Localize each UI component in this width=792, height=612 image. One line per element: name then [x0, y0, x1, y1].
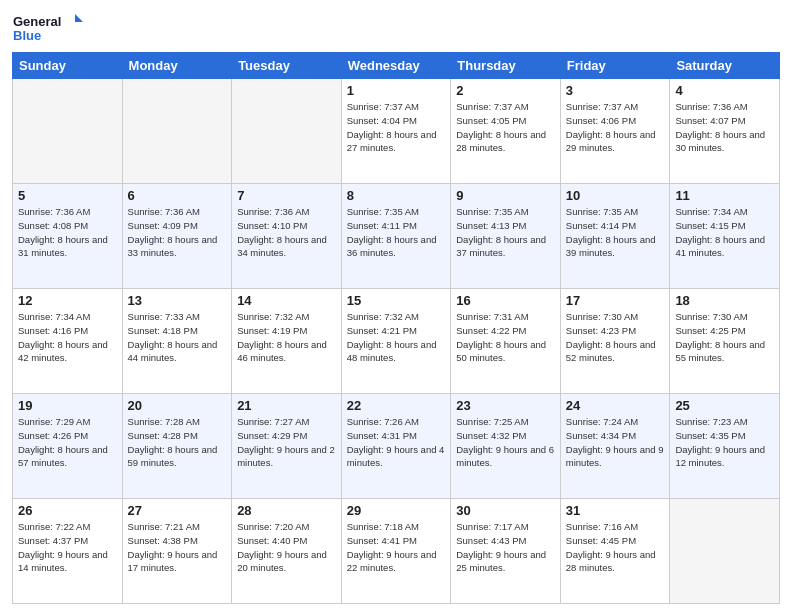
day-number: 23 [456, 398, 555, 413]
day-info: Sunrise: 7:37 AM Sunset: 4:05 PM Dayligh… [456, 100, 555, 155]
day-number: 2 [456, 83, 555, 98]
day-number: 29 [347, 503, 446, 518]
day-number: 31 [566, 503, 665, 518]
calendar-table: SundayMondayTuesdayWednesdayThursdayFrid… [12, 52, 780, 604]
day-info: Sunrise: 7:18 AM Sunset: 4:41 PM Dayligh… [347, 520, 446, 575]
calendar-header-friday: Friday [560, 53, 670, 79]
day-info: Sunrise: 7:32 AM Sunset: 4:21 PM Dayligh… [347, 310, 446, 365]
day-info: Sunrise: 7:24 AM Sunset: 4:34 PM Dayligh… [566, 415, 665, 470]
day-info: Sunrise: 7:35 AM Sunset: 4:13 PM Dayligh… [456, 205, 555, 260]
day-cell: 16Sunrise: 7:31 AM Sunset: 4:22 PM Dayli… [451, 289, 561, 394]
day-number: 26 [18, 503, 117, 518]
calendar-week-row: 26Sunrise: 7:22 AM Sunset: 4:37 PM Dayli… [13, 499, 780, 604]
day-number: 5 [18, 188, 117, 203]
day-cell: 24Sunrise: 7:24 AM Sunset: 4:34 PM Dayli… [560, 394, 670, 499]
day-cell: 28Sunrise: 7:20 AM Sunset: 4:40 PM Dayli… [232, 499, 342, 604]
day-info: Sunrise: 7:33 AM Sunset: 4:18 PM Dayligh… [128, 310, 227, 365]
svg-marker-2 [75, 14, 83, 22]
day-cell: 20Sunrise: 7:28 AM Sunset: 4:28 PM Dayli… [122, 394, 232, 499]
day-cell: 22Sunrise: 7:26 AM Sunset: 4:31 PM Dayli… [341, 394, 451, 499]
day-cell: 4Sunrise: 7:36 AM Sunset: 4:07 PM Daylig… [670, 79, 780, 184]
day-cell: 18Sunrise: 7:30 AM Sunset: 4:25 PM Dayli… [670, 289, 780, 394]
day-cell: 5Sunrise: 7:36 AM Sunset: 4:08 PM Daylig… [13, 184, 123, 289]
day-number: 8 [347, 188, 446, 203]
logo: General Blue [12, 10, 84, 46]
day-info: Sunrise: 7:36 AM Sunset: 4:10 PM Dayligh… [237, 205, 336, 260]
day-number: 18 [675, 293, 774, 308]
day-number: 13 [128, 293, 227, 308]
day-number: 17 [566, 293, 665, 308]
calendar-header-monday: Monday [122, 53, 232, 79]
day-info: Sunrise: 7:37 AM Sunset: 4:06 PM Dayligh… [566, 100, 665, 155]
day-info: Sunrise: 7:34 AM Sunset: 4:16 PM Dayligh… [18, 310, 117, 365]
day-cell: 6Sunrise: 7:36 AM Sunset: 4:09 PM Daylig… [122, 184, 232, 289]
day-number: 3 [566, 83, 665, 98]
logo-icon: General Blue [12, 10, 84, 46]
day-cell: 3Sunrise: 7:37 AM Sunset: 4:06 PM Daylig… [560, 79, 670, 184]
day-cell: 31Sunrise: 7:16 AM Sunset: 4:45 PM Dayli… [560, 499, 670, 604]
day-number: 28 [237, 503, 336, 518]
day-info: Sunrise: 7:36 AM Sunset: 4:09 PM Dayligh… [128, 205, 227, 260]
day-info: Sunrise: 7:17 AM Sunset: 4:43 PM Dayligh… [456, 520, 555, 575]
day-info: Sunrise: 7:30 AM Sunset: 4:25 PM Dayligh… [675, 310, 774, 365]
day-cell: 2Sunrise: 7:37 AM Sunset: 4:05 PM Daylig… [451, 79, 561, 184]
day-number: 21 [237, 398, 336, 413]
day-cell: 1Sunrise: 7:37 AM Sunset: 4:04 PM Daylig… [341, 79, 451, 184]
day-info: Sunrise: 7:36 AM Sunset: 4:07 PM Dayligh… [675, 100, 774, 155]
day-info: Sunrise: 7:32 AM Sunset: 4:19 PM Dayligh… [237, 310, 336, 365]
day-number: 14 [237, 293, 336, 308]
day-number: 22 [347, 398, 446, 413]
day-cell: 7Sunrise: 7:36 AM Sunset: 4:10 PM Daylig… [232, 184, 342, 289]
day-cell: 12Sunrise: 7:34 AM Sunset: 4:16 PM Dayli… [13, 289, 123, 394]
calendar-body: 1Sunrise: 7:37 AM Sunset: 4:04 PM Daylig… [13, 79, 780, 604]
day-cell: 8Sunrise: 7:35 AM Sunset: 4:11 PM Daylig… [341, 184, 451, 289]
day-cell: 11Sunrise: 7:34 AM Sunset: 4:15 PM Dayli… [670, 184, 780, 289]
day-cell: 23Sunrise: 7:25 AM Sunset: 4:32 PM Dayli… [451, 394, 561, 499]
day-info: Sunrise: 7:36 AM Sunset: 4:08 PM Dayligh… [18, 205, 117, 260]
day-info: Sunrise: 7:35 AM Sunset: 4:11 PM Dayligh… [347, 205, 446, 260]
calendar-header-tuesday: Tuesday [232, 53, 342, 79]
calendar-header-row: SundayMondayTuesdayWednesdayThursdayFrid… [13, 53, 780, 79]
empty-cell [13, 79, 123, 184]
empty-cell [232, 79, 342, 184]
svg-text:Blue: Blue [13, 28, 41, 43]
day-info: Sunrise: 7:20 AM Sunset: 4:40 PM Dayligh… [237, 520, 336, 575]
day-cell: 14Sunrise: 7:32 AM Sunset: 4:19 PM Dayli… [232, 289, 342, 394]
calendar-week-row: 19Sunrise: 7:29 AM Sunset: 4:26 PM Dayli… [13, 394, 780, 499]
day-cell: 27Sunrise: 7:21 AM Sunset: 4:38 PM Dayli… [122, 499, 232, 604]
page: General Blue SundayMondayTuesdayWednesda… [0, 0, 792, 612]
calendar-week-row: 5Sunrise: 7:36 AM Sunset: 4:08 PM Daylig… [13, 184, 780, 289]
day-number: 6 [128, 188, 227, 203]
day-cell: 19Sunrise: 7:29 AM Sunset: 4:26 PM Dayli… [13, 394, 123, 499]
calendar-week-row: 12Sunrise: 7:34 AM Sunset: 4:16 PM Dayli… [13, 289, 780, 394]
day-info: Sunrise: 7:23 AM Sunset: 4:35 PM Dayligh… [675, 415, 774, 470]
day-number: 10 [566, 188, 665, 203]
day-number: 24 [566, 398, 665, 413]
day-number: 15 [347, 293, 446, 308]
day-number: 25 [675, 398, 774, 413]
day-info: Sunrise: 7:21 AM Sunset: 4:38 PM Dayligh… [128, 520, 227, 575]
calendar-header-saturday: Saturday [670, 53, 780, 79]
calendar-header-thursday: Thursday [451, 53, 561, 79]
day-number: 4 [675, 83, 774, 98]
day-cell: 13Sunrise: 7:33 AM Sunset: 4:18 PM Dayli… [122, 289, 232, 394]
calendar-header-sunday: Sunday [13, 53, 123, 79]
day-number: 1 [347, 83, 446, 98]
day-info: Sunrise: 7:25 AM Sunset: 4:32 PM Dayligh… [456, 415, 555, 470]
day-info: Sunrise: 7:35 AM Sunset: 4:14 PM Dayligh… [566, 205, 665, 260]
day-info: Sunrise: 7:28 AM Sunset: 4:28 PM Dayligh… [128, 415, 227, 470]
day-cell: 9Sunrise: 7:35 AM Sunset: 4:13 PM Daylig… [451, 184, 561, 289]
day-info: Sunrise: 7:16 AM Sunset: 4:45 PM Dayligh… [566, 520, 665, 575]
day-cell: 29Sunrise: 7:18 AM Sunset: 4:41 PM Dayli… [341, 499, 451, 604]
day-number: 30 [456, 503, 555, 518]
empty-cell [122, 79, 232, 184]
day-number: 16 [456, 293, 555, 308]
day-info: Sunrise: 7:30 AM Sunset: 4:23 PM Dayligh… [566, 310, 665, 365]
day-info: Sunrise: 7:37 AM Sunset: 4:04 PM Dayligh… [347, 100, 446, 155]
svg-text:General: General [13, 14, 61, 29]
day-info: Sunrise: 7:26 AM Sunset: 4:31 PM Dayligh… [347, 415, 446, 470]
day-cell: 10Sunrise: 7:35 AM Sunset: 4:14 PM Dayli… [560, 184, 670, 289]
day-number: 11 [675, 188, 774, 203]
day-number: 20 [128, 398, 227, 413]
day-number: 7 [237, 188, 336, 203]
